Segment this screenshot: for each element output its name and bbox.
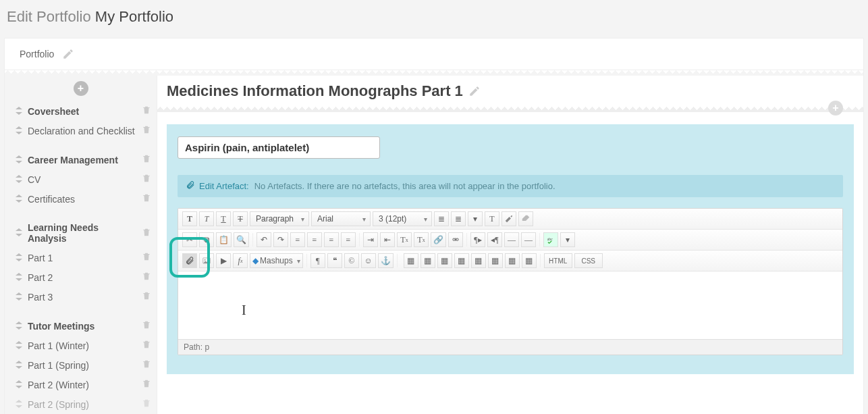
trash-icon[interactable] bbox=[142, 291, 151, 303]
sidebar-item-learning-needs[interactable]: Learning Needs Analysis bbox=[5, 218, 157, 248]
css-view-button[interactable]: CSS bbox=[574, 253, 603, 268]
sidebar-item-tm-p1-spring[interactable]: Part 1 (Spring) bbox=[5, 355, 157, 375]
undo-button[interactable]: ↶ bbox=[256, 232, 271, 247]
pencil-icon[interactable] bbox=[468, 85, 481, 97]
table-col-button[interactable]: ▦ bbox=[437, 253, 452, 268]
sidebar-item-lna-part3[interactable]: Part 3 bbox=[5, 287, 157, 307]
edit-artefact-link[interactable]: Edit Artefact: bbox=[199, 181, 249, 191]
sidebar-item-tutor-meetings[interactable]: Tutor Meetings bbox=[5, 316, 157, 336]
bold-button[interactable]: T bbox=[182, 211, 197, 226]
trash-icon[interactable] bbox=[142, 340, 151, 351]
spellcheck-button[interactable]: abc bbox=[543, 232, 558, 247]
sidebar: + Coversheet Declaration and Checklist bbox=[5, 76, 157, 414]
paperclip-icon bbox=[186, 180, 195, 192]
add-section-button[interactable]: + bbox=[5, 81, 157, 96]
html-view-button[interactable]: HTML bbox=[544, 253, 572, 268]
unlink-button[interactable]: ⚮ bbox=[448, 232, 463, 247]
bullet-list-button[interactable]: ≣ bbox=[434, 211, 449, 226]
trash-icon[interactable] bbox=[142, 271, 151, 283]
dropdown-icon[interactable]: ▾ bbox=[560, 232, 575, 247]
sidebar-item-tm-p2-winter[interactable]: Part 2 (Winter) bbox=[5, 375, 157, 394]
trash-icon[interactable] bbox=[142, 379, 151, 390]
sidebar-item-certificates[interactable]: Certificates bbox=[5, 189, 157, 209]
editor-textarea[interactable]: I bbox=[178, 271, 842, 339]
blockquote-button[interactable]: ❝ bbox=[327, 253, 342, 268]
paste-button[interactable]: 📋 bbox=[216, 232, 232, 247]
sidebar-item-tm-p1-winter[interactable]: Part 1 (Winter) bbox=[5, 336, 157, 355]
size-select[interactable]: 3 (12pt)▾ bbox=[373, 211, 432, 226]
mashups-button[interactable]: ◆Mashups▾ bbox=[250, 253, 303, 268]
trash-icon[interactable] bbox=[142, 398, 151, 410]
page-title-main: My Portfolio bbox=[95, 8, 173, 25]
align-left-button[interactable]: ≡ bbox=[290, 232, 305, 247]
copy-button[interactable]: ⧉ bbox=[199, 232, 214, 247]
tab-portfolio[interactable]: Portfolio bbox=[20, 49, 54, 59]
emoji-button[interactable]: ☺ bbox=[361, 253, 376, 268]
portfolio-frame: Portfolio + Coversheet bbox=[4, 38, 864, 414]
section-title: Medicines Information Monographs Part 1 bbox=[167, 82, 463, 100]
insert-table-button[interactable]: ▦ bbox=[404, 253, 418, 268]
trash-icon[interactable] bbox=[142, 105, 151, 117]
table-merge-button[interactable]: ▦ bbox=[471, 253, 486, 268]
cut-button[interactable]: ✂ bbox=[182, 232, 197, 247]
divider-zigzag bbox=[5, 70, 863, 76]
dropdown-icon[interactable]: ▾ bbox=[468, 211, 483, 226]
trash-icon[interactable] bbox=[142, 154, 151, 165]
drag-handle-icon[interactable] bbox=[16, 107, 22, 116]
nbsp-button[interactable]: ― bbox=[521, 232, 536, 247]
table-split-button[interactable]: ▦ bbox=[488, 253, 503, 268]
attach-file-button[interactable] bbox=[182, 253, 197, 268]
align-center-button[interactable]: ≡ bbox=[307, 232, 322, 247]
artefact-message: No Artefacts. If there are no artefacts,… bbox=[254, 181, 555, 191]
trash-icon[interactable] bbox=[142, 252, 151, 263]
hr-button[interactable]: — bbox=[504, 232, 519, 247]
subscript-button[interactable]: Tx bbox=[414, 232, 429, 247]
strike-button[interactable]: T bbox=[233, 211, 248, 226]
table-delete-button[interactable]: ▦ bbox=[505, 253, 520, 268]
insert-media-button[interactable]: ▶ bbox=[216, 253, 231, 268]
rtl-button[interactable]: ◂¶ bbox=[487, 232, 502, 247]
anchor-button[interactable]: ⚓ bbox=[378, 253, 394, 268]
find-button[interactable]: 🔍 bbox=[234, 232, 249, 247]
superscript-button[interactable]: Tx bbox=[397, 232, 412, 247]
clear-format-button[interactable] bbox=[518, 211, 533, 226]
ltr-button[interactable]: ¶▸ bbox=[470, 232, 485, 247]
trash-icon[interactable] bbox=[142, 174, 151, 185]
trash-icon[interactable] bbox=[142, 359, 151, 371]
paragraph-select[interactable]: Paragraph▾ bbox=[250, 211, 309, 226]
sidebar-item-coversheet[interactable]: Coversheet bbox=[5, 101, 157, 121]
highlight-button[interactable] bbox=[501, 211, 516, 226]
add-content-button[interactable]: + bbox=[828, 101, 843, 115]
font-select[interactable]: Arial▾ bbox=[311, 211, 371, 226]
insert-formula-button[interactable]: fx bbox=[233, 253, 248, 268]
show-blocks-button[interactable]: ¶ bbox=[310, 253, 325, 268]
underline-button[interactable]: T bbox=[216, 211, 231, 226]
indent-button[interactable]: ⇥ bbox=[363, 232, 378, 247]
sidebar-item-tm-p2-spring[interactable]: Part 2 (Spring) bbox=[5, 394, 157, 414]
table-props-button[interactable]: ▦ bbox=[522, 253, 537, 268]
trash-icon[interactable] bbox=[142, 320, 151, 332]
outdent-button[interactable]: ⇤ bbox=[380, 232, 395, 247]
redo-button[interactable]: ↷ bbox=[273, 232, 288, 247]
trash-icon[interactable] bbox=[142, 193, 151, 205]
sidebar-item-cv[interactable]: CV bbox=[5, 170, 157, 189]
trash-icon[interactable] bbox=[142, 228, 151, 239]
link-button[interactable]: 🔗 bbox=[431, 232, 446, 247]
italic-button[interactable]: T bbox=[199, 211, 214, 226]
artifact-title-input[interactable] bbox=[178, 136, 380, 159]
drag-handle-icon[interactable] bbox=[16, 126, 22, 136]
sidebar-item-lna-part2[interactable]: Part 2 bbox=[5, 267, 157, 287]
table-row-button[interactable]: ▦ bbox=[421, 253, 435, 268]
copyright-button[interactable]: © bbox=[344, 253, 359, 268]
number-list-button[interactable]: ≣ bbox=[451, 211, 466, 226]
pencil-icon[interactable] bbox=[62, 48, 74, 60]
table-cell-button[interactable]: ▦ bbox=[454, 253, 469, 268]
align-right-button[interactable]: ≡ bbox=[324, 232, 339, 247]
trash-icon[interactable] bbox=[142, 125, 151, 136]
insert-image-button[interactable] bbox=[199, 253, 214, 268]
sidebar-item-lna-part1[interactable]: Part 1 bbox=[5, 248, 157, 267]
sidebar-item-declaration[interactable]: Declaration and Checklist bbox=[5, 121, 157, 140]
align-justify-button[interactable]: ≡ bbox=[341, 232, 356, 247]
sidebar-item-career-management[interactable]: Career Management bbox=[5, 150, 157, 170]
text-color-button[interactable]: T bbox=[485, 211, 499, 226]
